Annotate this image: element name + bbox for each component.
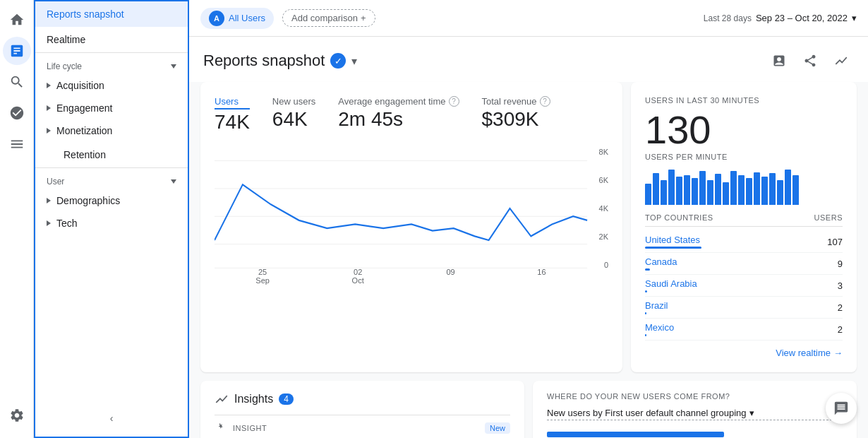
country-row-sa: Saudi Arabia 3 bbox=[645, 275, 843, 297]
share-button[interactable] bbox=[797, 48, 823, 73]
where-card: WHERE DO YOUR NEW USERS COME FROM? New u… bbox=[533, 381, 857, 438]
country-name-us[interactable]: United States bbox=[645, 235, 701, 245]
user-section-header: User bbox=[35, 167, 188, 189]
line-chart bbox=[215, 145, 608, 272]
country-name-sa[interactable]: Saudi Arabia bbox=[645, 278, 697, 289]
nav-reports-icon[interactable] bbox=[3, 130, 31, 158]
all-users-chip[interactable]: A All Users bbox=[200, 8, 274, 29]
country-bar-sa bbox=[645, 290, 647, 292]
verified-icon: ✓ bbox=[330, 53, 346, 69]
insights-title: Insights bbox=[234, 393, 273, 406]
chart-area: 8K 6K 4K 2K 0 bbox=[215, 145, 608, 272]
where-header: WHERE DO YOUR NEW USERS COME FROM? bbox=[547, 392, 843, 401]
chat-button[interactable] bbox=[826, 393, 857, 424]
mini-bar-item bbox=[746, 178, 752, 205]
country-row-mx: Mexico 2 bbox=[645, 319, 843, 341]
page-header: Reports snapshot ✓ ▾ bbox=[189, 37, 868, 82]
sidebar-item-reports-snapshot[interactable]: Reports snapshot bbox=[35, 1, 188, 27]
nav-home-icon[interactable] bbox=[3, 6, 31, 34]
sidebar-item-engagement[interactable]: Engagement bbox=[35, 97, 188, 119]
country-row-ca: Canada 9 bbox=[645, 253, 843, 275]
country-users-mx: 2 bbox=[838, 324, 843, 335]
mini-bar-item bbox=[707, 180, 713, 205]
view-realtime-link[interactable]: View realtime → bbox=[645, 348, 843, 358]
sidebar-item-monetization[interactable]: Monetization bbox=[35, 119, 188, 142]
country-row-br: Brazil 2 bbox=[645, 297, 843, 319]
page-title-row: Reports snapshot ✓ ▾ bbox=[203, 52, 357, 70]
sidebar-collapse-button[interactable]: ‹ bbox=[102, 408, 122, 428]
revenue-label: Total revenue ? bbox=[482, 96, 550, 107]
realtime-card: USERS IN LAST 30 MINUTES 130 USERS PER M… bbox=[631, 82, 857, 372]
mini-bar-item bbox=[723, 182, 729, 205]
nav-settings-icon[interactable] bbox=[3, 401, 31, 430]
bottom-row: Insights 4 INSIGHT New WHERE DO YOUR NEW… bbox=[200, 381, 857, 438]
user-collapse-icon[interactable] bbox=[171, 179, 176, 184]
mini-bar-item bbox=[730, 171, 737, 205]
tech-expand-icon bbox=[47, 220, 51, 226]
trend-button[interactable] bbox=[828, 48, 854, 73]
save-table-button[interactable] bbox=[766, 48, 792, 73]
country-bar-us bbox=[645, 247, 701, 249]
revenue-value: $309K bbox=[482, 108, 550, 131]
users-in-label: USERS IN LAST 30 MINUTES bbox=[645, 96, 843, 105]
channel-bar-placeholder bbox=[547, 432, 724, 437]
lifecycle-collapse-icon[interactable] bbox=[171, 64, 176, 69]
country-name-br[interactable]: Brazil bbox=[645, 300, 668, 311]
metric-users: Users 74K bbox=[215, 96, 250, 134]
sidebar-item-retention[interactable]: Retention bbox=[35, 142, 188, 167]
sidebar: Reports snapshot Realtime Life cycle Acq… bbox=[34, 0, 189, 438]
insights-trend-icon bbox=[215, 392, 229, 406]
users-label: Users bbox=[215, 96, 250, 110]
avg-engagement-info-icon[interactable]: ? bbox=[449, 96, 459, 107]
nav-search-icon[interactable] bbox=[3, 68, 31, 96]
users-value: 74K bbox=[215, 111, 250, 134]
sidebar-item-realtime[interactable]: Realtime bbox=[35, 27, 188, 52]
country-bar-mx bbox=[645, 334, 646, 336]
country-users-sa: 3 bbox=[838, 280, 843, 291]
header-actions bbox=[766, 48, 854, 73]
channel-grouping-selector[interactable]: New users by First user default channel … bbox=[547, 408, 843, 420]
main-content: A All Users Add comparison + Last 28 day… bbox=[189, 0, 868, 438]
country-bar-ca bbox=[645, 268, 650, 271]
metric-new-users: New users 64K bbox=[272, 96, 315, 134]
users-chart-card: Users 74K New users 64K Average engageme… bbox=[200, 82, 622, 372]
y-axis-labels: 8K 6K 4K 2K 0 bbox=[589, 145, 608, 272]
sidebar-item-demographics[interactable]: Demographics bbox=[35, 189, 188, 212]
country-name-ca[interactable]: Canada bbox=[645, 256, 677, 267]
mini-bar-item bbox=[738, 175, 745, 205]
insight-label: INSIGHT bbox=[233, 424, 267, 432]
mini-bar-item bbox=[661, 180, 667, 205]
cards-row: Users 74K New users 64K Average engageme… bbox=[200, 82, 857, 372]
lifecycle-section-header: Life cycle bbox=[35, 52, 188, 74]
countries-section: TOP COUNTRIES USERS United States 107 Ca… bbox=[645, 213, 843, 341]
monetization-expand-icon bbox=[47, 128, 51, 134]
country-users-ca: 9 bbox=[838, 259, 843, 269]
mini-bar-item bbox=[761, 177, 768, 205]
sidebar-item-acquisition[interactable]: Acquisition bbox=[35, 74, 188, 97]
mini-bar-item bbox=[769, 173, 776, 205]
new-users-label: New users bbox=[272, 96, 315, 107]
country-name-mx[interactable]: Mexico bbox=[645, 322, 674, 333]
revenue-info-icon[interactable]: ? bbox=[540, 96, 550, 107]
country-bar-br bbox=[645, 312, 646, 314]
insights-badge: 4 bbox=[279, 393, 294, 405]
mini-bar-item bbox=[645, 184, 651, 205]
new-badge: New bbox=[485, 422, 510, 434]
acquisition-expand-icon bbox=[47, 83, 51, 88]
mini-bar-item bbox=[692, 178, 698, 205]
nav-audience-icon[interactable] bbox=[3, 99, 31, 127]
new-users-value: 64K bbox=[272, 108, 315, 131]
metric-avg-engagement: Average engagement time ? 2m 45s bbox=[338, 96, 459, 134]
all-users-avatar: A bbox=[209, 11, 224, 26]
mini-bar-item bbox=[777, 180, 783, 205]
nav-analytics-icon[interactable] bbox=[3, 37, 31, 65]
add-comparison-button[interactable]: Add comparison + bbox=[282, 9, 375, 27]
countries-header: TOP COUNTRIES USERS bbox=[645, 213, 843, 227]
mini-bar-item bbox=[676, 177, 682, 205]
page-title: Reports snapshot bbox=[203, 52, 325, 70]
sidebar-item-tech[interactable]: Tech bbox=[35, 212, 188, 235]
insights-card: Insights 4 INSIGHT New bbox=[200, 381, 524, 438]
mini-bar-item bbox=[684, 175, 690, 205]
country-users-br: 2 bbox=[838, 302, 843, 313]
page-title-dropdown[interactable]: ▾ bbox=[351, 54, 357, 68]
